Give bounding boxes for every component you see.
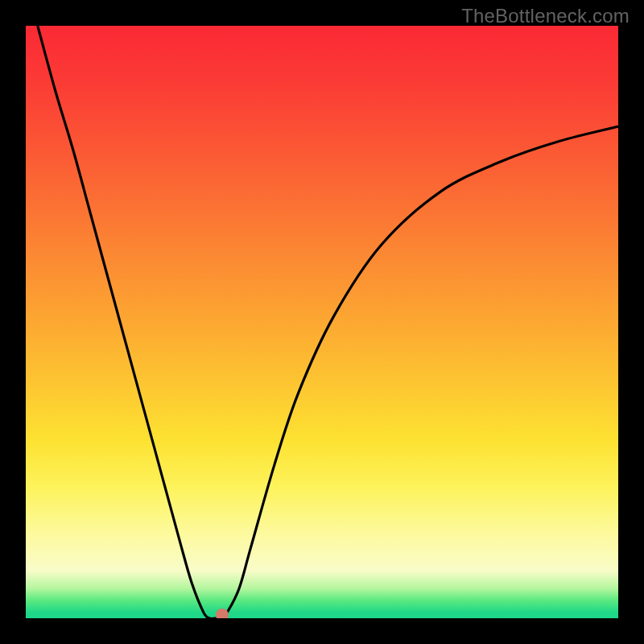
plot-area [26,26,618,618]
watermark-text: TheBottleneck.com [461,5,630,27]
bottleneck-curve [38,26,618,618]
optimum-marker [216,609,229,618]
chart-frame: TheBottleneck.com [0,0,644,644]
curve-svg [26,26,618,618]
